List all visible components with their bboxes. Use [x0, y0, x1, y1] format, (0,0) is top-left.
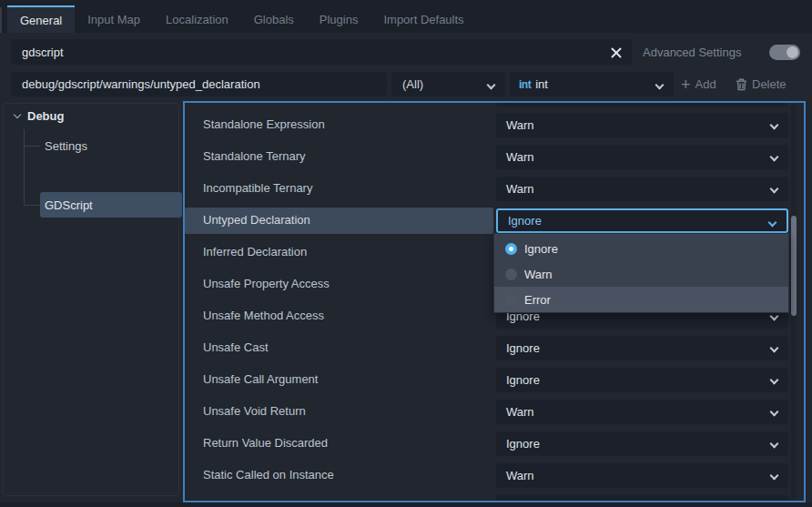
tab-plugins[interactable]: Plugins [307, 5, 371, 33]
tab-localization[interactable]: Localization [153, 5, 241, 33]
warning-level-dropdown-popup: Ignore Warn Error [493, 233, 789, 313]
setting-value: Ignore [506, 373, 540, 387]
toggle-knob [787, 46, 798, 58]
setting-row-unsafe-call-argument: Unsafe Call Argument Ignore [185, 364, 804, 396]
tab-import-defaults[interactable]: Import Defaults [370, 5, 476, 33]
option-label: Ignore [524, 242, 558, 256]
setting-value-dropdown[interactable]: Warn [496, 400, 788, 424]
setting-row-return-value-discarded: Return Value Discarded Ignore [185, 428, 804, 460]
tree-item-settings[interactable]: Settings [40, 133, 182, 158]
tree-guide-line [24, 205, 40, 206]
dropdown-option-ignore[interactable]: Ignore [494, 236, 788, 261]
partial-field-below [496, 495, 788, 502]
tree-root-label: Debug [27, 109, 64, 123]
chevron-down-icon [487, 81, 496, 90]
chevron-down-icon [768, 218, 777, 228]
setting-label: Incompatible Ternary [203, 181, 312, 195]
setting-label: Unsafe Cast [203, 340, 269, 354]
setting-row-unsafe-void-return: Unsafe Void Return Warn [185, 396, 804, 428]
tree-item-label: Settings [45, 139, 87, 153]
setting-label: Static Called on Instance [203, 468, 334, 482]
advanced-settings-label: Advanced Settings [643, 46, 741, 59]
setting-value: Warn [506, 150, 534, 164]
chevron-down-icon [655, 81, 665, 90]
setting-label: Unsafe Method Access [203, 309, 324, 322]
feature-filter-value: (All) [402, 77, 423, 91]
setting-value-dropdown[interactable]: Ignore [496, 431, 788, 456]
type-dropdown[interactable]: int int [510, 72, 674, 96]
tab-general[interactable]: General [7, 5, 75, 33]
chevron-down-icon [770, 440, 779, 449]
int-type-icon: int [519, 78, 531, 91]
setting-label: Untyped Declaration [203, 213, 310, 227]
feature-filter-dropdown[interactable]: (All) [391, 72, 505, 96]
setting-value-dropdown[interactable]: Warn [496, 113, 788, 137]
chevron-down-icon [770, 472, 779, 481]
setting-label: Standalone Expression [203, 117, 325, 131]
setting-row-static-called-on-instance: Static Called on Instance Warn [185, 460, 804, 492]
chevron-down-icon [770, 185, 779, 194]
close-icon [611, 47, 622, 58]
tree-item-debug[interactable]: Debug [15, 109, 64, 123]
tree-guide-line [24, 146, 40, 147]
setting-label: Inferred Declaration [203, 245, 307, 259]
tab-input-map[interactable]: Input Map [75, 5, 153, 33]
chevron-down-icon [770, 344, 779, 353]
dropdown-option-error[interactable]: Error [494, 287, 788, 312]
type-value: int [535, 77, 548, 91]
clear-search-button[interactable] [608, 45, 624, 61]
partial-field-above [496, 103, 788, 106]
setting-value-dropdown[interactable]: Warn [496, 145, 788, 169]
trash-icon [736, 78, 747, 91]
chevron-down-icon [14, 111, 21, 118]
option-label: Error [524, 293, 551, 307]
chevron-down-icon [770, 153, 779, 162]
plus-icon: + [681, 76, 691, 93]
chevron-down-icon [770, 408, 779, 417]
setting-label: Return Value Discarded [203, 436, 328, 450]
setting-label: Standalone Ternary [203, 149, 306, 163]
settings-tab-bar: General Input Map Localization Globals P… [0, 0, 812, 33]
property-path-field[interactable]: debug/gdscript/warnings/untyped_declarat… [11, 72, 387, 96]
setting-value: Warn [506, 405, 534, 419]
setting-label: Unsafe Call Argument [203, 372, 318, 386]
setting-row-standalone-expression: Standalone Expression Warn [185, 109, 804, 141]
setting-value: Ignore [508, 214, 542, 228]
chevron-down-icon [770, 312, 779, 321]
delete-property-button[interactable]: Delete [736, 72, 787, 96]
chevron-down-icon [770, 376, 779, 385]
tree-item-label: GDScript [45, 198, 93, 212]
tab-globals[interactable]: Globals [241, 5, 307, 33]
dropdown-option-warn[interactable]: Warn [494, 261, 788, 287]
setting-value: Ignore [506, 437, 540, 451]
radio-unselected-icon [505, 269, 517, 280]
add-button-label: Add [695, 77, 716, 91]
setting-value-dropdown[interactable]: Ignore [496, 368, 788, 392]
setting-row-incompatible-ternary: Incompatible Ternary Warn [185, 173, 804, 205]
radio-selected-icon [505, 243, 517, 255]
setting-label: Unsafe Void Return [203, 404, 306, 418]
setting-label: Unsafe Property Access [203, 277, 330, 290]
scrollbar-grabber[interactable] [791, 216, 797, 316]
setting-row-unsafe-cast: Unsafe Cast Ignore [185, 332, 804, 364]
option-label: Warn [524, 268, 553, 281]
setting-value-dropdown[interactable]: Warn [496, 177, 788, 201]
settings-section-tree: Debug Settings GDScript [3, 103, 179, 496]
setting-row-untyped-declaration: Untyped Declaration Ignore [185, 205, 804, 237]
advanced-settings-toggle[interactable] [769, 45, 800, 60]
settings-content: Advanced Settings debug/gdscript/warning… [0, 33, 812, 502]
add-property-button[interactable]: + Add [681, 72, 716, 96]
setting-row-standalone-ternary: Standalone Ternary Warn [185, 141, 804, 173]
tree-item-gdscript[interactable]: GDScript [40, 192, 182, 218]
setting-value: Warn [506, 182, 534, 196]
delete-button-label: Delete [752, 77, 787, 91]
setting-value: Warn [506, 118, 534, 132]
setting-value-dropdown-open[interactable]: Ignore [496, 208, 788, 233]
setting-value-dropdown[interactable]: Warn [496, 463, 788, 488]
setting-value: Ignore [506, 341, 540, 355]
setting-value: Warn [506, 469, 534, 482]
setting-value-dropdown[interactable]: Ignore [496, 336, 788, 360]
search-input[interactable] [11, 39, 632, 65]
radio-unselected-icon [505, 294, 517, 306]
chevron-down-icon [770, 121, 779, 130]
